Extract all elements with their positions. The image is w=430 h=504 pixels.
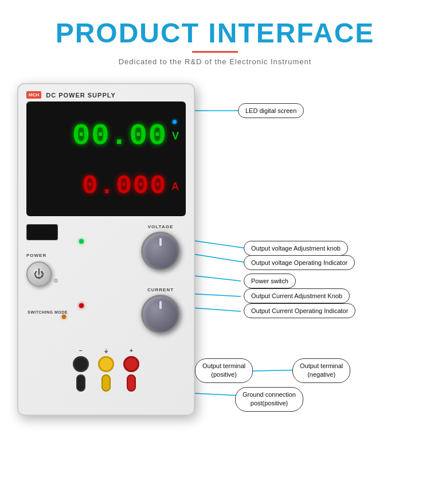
- terminal-ground: ⏚: [98, 347, 114, 392]
- annotation-terminal-negative: Output terminal (negative): [292, 358, 350, 383]
- current-digits: 0.000: [82, 171, 167, 201]
- voltage-knob[interactable]: [141, 232, 180, 271]
- page-container: PRODUCT INTERFACE Dedicated to the R&D o…: [0, 0, 430, 485]
- power-section: POWER ⏻: [26, 253, 52, 287]
- annotation-led-screen: LED digital screen: [238, 103, 304, 118]
- current-operating-indicator: [79, 303, 84, 308]
- page-title: PRODUCT INTERFACE: [0, 17, 430, 49]
- ground-post-label: Ground connection post(positive): [243, 391, 296, 407]
- led-indicator-dot: [173, 120, 177, 124]
- voltage-operating-indicator: [79, 239, 84, 244]
- header-subtitle: Dedicated to the R&D of the Electronic I…: [0, 57, 430, 66]
- voltage-section: VOLTAGE: [141, 224, 180, 271]
- terminal-positive-label: Output terminal (positive): [202, 362, 245, 378]
- display-panel: 00.00 V 0.000 A: [26, 101, 186, 216]
- annotation-terminal-positive: Output terminal (positive): [195, 358, 253, 383]
- voltage-knob-label: VOLTAGE: [141, 224, 180, 229]
- annotation-current-knob: Output Current Adjustment Knob: [244, 288, 350, 303]
- terminal-negative: −: [73, 347, 89, 392]
- header: PRODUCT INTERFACE Dedicated to the R&D o…: [0, 0, 430, 66]
- terminal-negative-label: Output terminal (negative): [300, 362, 343, 378]
- current-unit: A: [171, 181, 179, 193]
- device-label-row: MCH DC POWER SUPPLY: [26, 91, 186, 99]
- terminal-pos-post: [123, 356, 139, 372]
- terminal-gnd-post: [98, 356, 114, 372]
- current-knob[interactable]: [141, 295, 180, 334]
- terminal-gnd-connector: [101, 374, 111, 392]
- annotation-current-indicator: Output Current Operating Indicator: [244, 303, 355, 318]
- switching-mode-dot: [62, 315, 66, 319]
- terminal-pos-connector: [127, 374, 136, 392]
- device-wrapper: MCH DC POWER SUPPLY 00.00 V 0.000 A: [17, 83, 212, 439]
- annotation-ground-post: Ground connection post(positive): [235, 387, 303, 412]
- current-section: CURRENT: [141, 287, 180, 334]
- annotation-voltage-knob: Output voltage Adjustment knob: [244, 241, 348, 256]
- switching-mode-label: SWITCHING MODE: [28, 310, 68, 314]
- small-display: [26, 224, 58, 240]
- terminal-neg-post: [73, 356, 89, 372]
- power-switch-dot: [54, 279, 58, 283]
- device: MCH DC POWER SUPPLY 00.00 V 0.000 A: [17, 83, 195, 416]
- title-underline: [192, 51, 238, 53]
- device-model: DC POWER SUPPLY: [46, 92, 116, 99]
- terminal-pos-sign: +: [130, 347, 133, 354]
- terminal-area: − ⏚ +: [18, 342, 194, 397]
- terminal-gnd-sign: ⏚: [104, 347, 108, 354]
- terminal-neg-sign: −: [79, 347, 83, 354]
- current-display-row: 0.000 A: [33, 171, 179, 201]
- brand-badge: MCH: [26, 91, 41, 99]
- voltage-unit: V: [172, 130, 179, 142]
- annotation-voltage-indicator: Output voltage Operating Indicator: [244, 255, 355, 270]
- terminal-positive: +: [123, 347, 139, 392]
- content-area: MCH DC POWER SUPPLY 00.00 V 0.000 A: [0, 72, 430, 485]
- annotation-power-switch: Power switch: [244, 274, 296, 288]
- power-button[interactable]: ⏻: [26, 261, 52, 287]
- current-knob-label: CURRENT: [141, 287, 180, 292]
- terminal-neg-connector: [76, 374, 85, 392]
- power-label: POWER: [26, 253, 52, 258]
- voltage-display-row: 00.00 V: [33, 119, 179, 153]
- voltage-digits: 00.00: [72, 119, 167, 153]
